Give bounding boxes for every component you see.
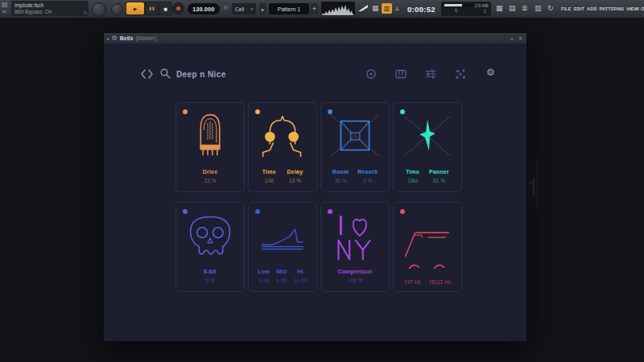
param-value[interactable]: 23 % xyxy=(203,178,218,183)
param-drive: Drive 23 % xyxy=(203,169,218,183)
hint-corner-icon xyxy=(84,11,87,14)
record-dot-icon xyxy=(176,6,180,10)
skull-icon xyxy=(176,210,244,261)
param-value[interactable]: 197 Hz xyxy=(404,279,421,285)
main-volume-knob[interactable] xyxy=(92,2,106,17)
channel-rack-view-icon[interactable]: ▤ xyxy=(509,3,516,14)
transport-group: ▶ ❚❚ ■ xyxy=(126,2,172,15)
cpu-value: 5 xyxy=(455,8,457,13)
param-value[interactable]: 100 % xyxy=(337,278,372,283)
eq-curve-icon xyxy=(249,210,316,261)
plugin-gear-icon[interactable]: ⚙ xyxy=(112,35,118,42)
browser-refresh-icon[interactable]: ↻ xyxy=(547,3,554,14)
cell-select[interactable]: Cell ▾ xyxy=(232,3,256,14)
time-display[interactable]: 0:00:52 xyxy=(407,3,436,14)
fx-card-reverb[interactable]: Room 30 % Reverb 3 % xyxy=(320,102,390,192)
typing-keyboard-icon[interactable]: ▦ xyxy=(372,3,379,14)
cell-select-value: Cell xyxy=(235,6,250,12)
param-value[interactable]: 15112 Hz xyxy=(429,279,451,285)
detach-window-icon[interactable]: ▫ xyxy=(510,35,514,41)
param-value[interactable]: 51 % xyxy=(429,178,449,183)
minimize-button[interactable]: – xyxy=(620,6,622,11)
param-value[interactable]: 3 dB xyxy=(258,278,270,283)
code-view-icon[interactable] xyxy=(141,69,153,79)
pattern-selector[interactable]: Pattern 1 xyxy=(269,3,309,14)
param-hi: Hi 12 dB xyxy=(294,269,308,283)
fx-card-8bit[interactable]: 8-bit 0 % xyxy=(175,202,245,292)
sliders-icon[interactable] xyxy=(425,68,436,80)
plugin-window: ▸ ⚙ Bells (Master) ▫ ✕ Deep n Nice xyxy=(103,32,527,342)
voices-value: 1 xyxy=(484,9,486,14)
close-button[interactable]: ✕ xyxy=(636,6,640,11)
param-panner: Panner 51 % xyxy=(429,169,449,183)
fx-card-eq[interactable]: Low 3 dB Mid 4 dB Hi 12 dB xyxy=(248,202,317,292)
piano-keys-icon[interactable] xyxy=(395,68,407,80)
fx-card-drive[interactable]: Drive 23 % xyxy=(175,102,245,192)
param-value[interactable]: 4 dB xyxy=(276,278,287,283)
fx-card-compressor[interactable]: Compressor 100 % xyxy=(320,202,390,292)
param-value[interactable]: 12 dB xyxy=(294,278,308,283)
scatter-nodes-icon[interactable] xyxy=(455,68,466,80)
menu-add[interactable]: ADD xyxy=(587,6,597,11)
param-value[interactable]: 30 % xyxy=(332,178,349,183)
param-compressor: Compressor 100 % xyxy=(337,269,372,283)
pattern-add-button[interactable]: + xyxy=(311,3,318,14)
param-reverb: Reverb 3 % xyxy=(357,169,378,183)
collapse-arrow-icon[interactable]: ▸ xyxy=(107,36,109,41)
settings-gear-icon[interactable]: ⚙ xyxy=(486,67,495,78)
envelope-icon xyxy=(357,3,369,13)
filter-curve-icon xyxy=(394,210,461,274)
pattern-mode-icon[interactable]: ⊓ xyxy=(224,5,228,11)
param-time: Time 1/8d xyxy=(406,169,419,183)
room-perspective-icon xyxy=(321,110,389,162)
param-highcut: 15112 Hz xyxy=(429,279,451,285)
plugin-titlebar[interactable]: ▸ ⚙ Bells (Master) ▫ ✕ xyxy=(104,33,526,43)
main-pitch-knob[interactable] xyxy=(111,3,123,15)
stop-button[interactable]: ■ xyxy=(159,2,171,14)
cpu-meter-fill xyxy=(444,4,462,6)
vacuum-tube-icon xyxy=(176,110,244,162)
cpu-memory-panel: 5 1/5 MB 1 xyxy=(441,2,491,16)
metronome-icon[interactable]: ▵ xyxy=(395,3,399,14)
cpu-meter-bar xyxy=(444,4,473,6)
hint-line-2: 8Bit Bypass: On xyxy=(14,9,85,15)
preset-name[interactable]: Deep n Nice xyxy=(176,70,226,79)
piano-roll-icon[interactable]: ▥ xyxy=(535,3,542,14)
step-seq-icon[interactable]: ≡ xyxy=(2,8,7,15)
fx-card-filter[interactable]: 197 Hz 15112 Hz xyxy=(393,202,462,292)
dock-handle[interactable] xyxy=(528,159,539,209)
channel-rack-icon[interactable]: ▤ xyxy=(2,1,8,8)
param-value[interactable]: 0 % xyxy=(204,278,217,283)
menu-file[interactable]: FILE xyxy=(561,6,572,11)
menu-edit[interactable]: EDIT xyxy=(574,6,584,11)
playlist-icon[interactable]: ▦ xyxy=(496,3,503,14)
param-room: Room 30 % xyxy=(332,169,349,183)
headphones-head-icon xyxy=(249,110,316,162)
waveform-icon xyxy=(322,2,354,15)
plugin-close-icon[interactable]: ✕ xyxy=(518,35,522,41)
play-button[interactable]: ▶ xyxy=(126,2,144,14)
output-waveform-monitor xyxy=(321,2,355,16)
pattern-prev-button[interactable]: ▸ xyxy=(259,3,266,14)
pause-button[interactable]: ❚❚ xyxy=(146,2,158,14)
record-button[interactable] xyxy=(172,2,184,14)
target-icon[interactable] xyxy=(365,68,377,80)
fx-card-panner[interactable]: Time 1/8d Panner 51 % xyxy=(393,102,462,192)
hint-panel: implode.fsch 8Bit Bypass: On xyxy=(11,1,89,16)
param-value[interactable]: 1/8d xyxy=(406,178,419,183)
param-delay: Delay 13 % xyxy=(287,169,303,183)
hint-line-1: implode.fsch xyxy=(14,2,85,9)
param-value[interactable]: 1/4t xyxy=(262,178,276,183)
maximize-button[interactable]: ▭ xyxy=(628,6,633,11)
param-low: Low 3 dB xyxy=(258,269,270,283)
mixer-icon[interactable]: ≣ xyxy=(522,3,528,14)
typing-to-piano-icon[interactable]: ▥ xyxy=(382,3,392,14)
fl-toolbar: ▤ ≡ implode.fsch 8Bit Bypass: On ▶ ❚❚ ■ … xyxy=(0,0,644,19)
menu-options[interactable]: OPTIONS xyxy=(641,6,644,11)
tempo-display[interactable]: 130.000 xyxy=(188,3,220,14)
param-8bit: 8-bit 0 % xyxy=(204,269,217,283)
search-icon[interactable] xyxy=(160,68,171,79)
param-value[interactable]: 13 % xyxy=(287,178,303,183)
param-value[interactable]: 3 % xyxy=(357,178,378,183)
fx-card-delay[interactable]: Time 1/4t Delay 13 % xyxy=(248,102,317,192)
